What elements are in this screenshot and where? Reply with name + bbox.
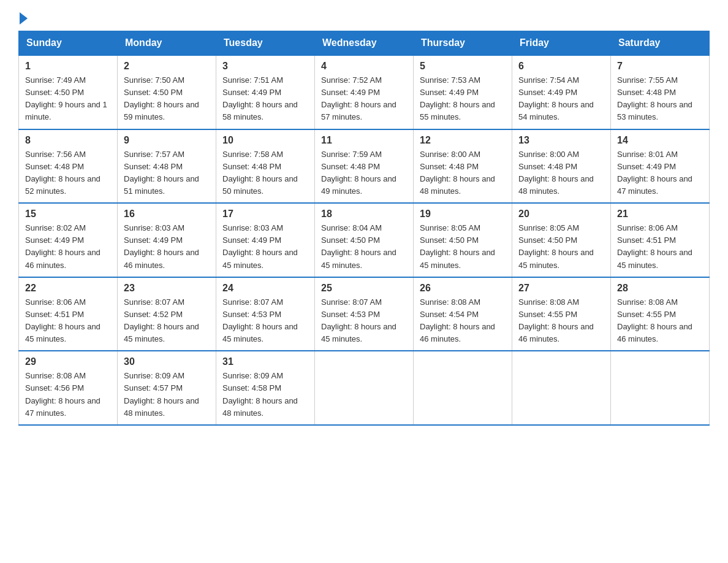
- calendar-cell: 11Sunrise: 7:59 AMSunset: 4:48 PMDayligh…: [315, 129, 414, 204]
- calendar-header-row: SundayMondayTuesdayWednesdayThursdayFrid…: [19, 31, 710, 56]
- calendar-cell: [611, 351, 710, 425]
- day-number: 20: [518, 209, 604, 220]
- calendar-cell: 27Sunrise: 8:08 AMSunset: 4:55 PMDayligh…: [512, 277, 611, 351]
- day-info: Sunrise: 7:59 AMSunset: 4:48 PMDaylight:…: [321, 148, 407, 198]
- day-info: Sunrise: 8:08 AMSunset: 4:54 PMDaylight:…: [420, 296, 506, 346]
- day-info: Sunrise: 8:05 AMSunset: 4:50 PMDaylight:…: [518, 222, 604, 272]
- day-number: 9: [124, 135, 210, 146]
- day-number: 1: [25, 61, 111, 72]
- day-number: 17: [222, 209, 308, 220]
- calendar-cell: 30Sunrise: 8:09 AMSunset: 4:57 PMDayligh…: [118, 351, 216, 425]
- calendar-cell: 3Sunrise: 7:51 AMSunset: 4:49 PMDaylight…: [216, 55, 315, 129]
- calendar-cell: 25Sunrise: 8:07 AMSunset: 4:53 PMDayligh…: [315, 277, 414, 351]
- day-info: Sunrise: 8:07 AMSunset: 4:53 PMDaylight:…: [222, 296, 308, 346]
- calendar-week-row: 22Sunrise: 8:06 AMSunset: 4:51 PMDayligh…: [19, 277, 710, 351]
- day-info: Sunrise: 7:57 AMSunset: 4:48 PMDaylight:…: [124, 148, 210, 198]
- day-info: Sunrise: 8:07 AMSunset: 4:53 PMDaylight:…: [321, 296, 407, 346]
- calendar-header-sunday: Sunday: [19, 31, 118, 56]
- logo: [18, 12, 28, 25]
- calendar-cell: 5Sunrise: 7:53 AMSunset: 4:49 PMDaylight…: [414, 55, 512, 129]
- calendar-cell: 29Sunrise: 8:08 AMSunset: 4:56 PMDayligh…: [19, 351, 118, 425]
- day-info: Sunrise: 7:56 AMSunset: 4:48 PMDaylight:…: [25, 148, 111, 198]
- calendar-cell: 20Sunrise: 8:05 AMSunset: 4:50 PMDayligh…: [512, 203, 611, 277]
- day-info: Sunrise: 8:03 AMSunset: 4:49 PMDaylight:…: [124, 222, 210, 272]
- logo-triangle-icon: [20, 12, 28, 25]
- calendar-cell: 10Sunrise: 7:58 AMSunset: 4:48 PMDayligh…: [216, 129, 315, 204]
- day-number: 12: [420, 135, 506, 146]
- day-number: 11: [321, 135, 407, 146]
- day-number: 22: [25, 283, 111, 294]
- calendar-cell: [315, 351, 414, 425]
- calendar-week-row: 29Sunrise: 8:08 AMSunset: 4:56 PMDayligh…: [19, 351, 710, 425]
- day-number: 3: [222, 61, 308, 72]
- calendar-cell: 19Sunrise: 8:05 AMSunset: 4:50 PMDayligh…: [414, 203, 512, 277]
- day-info: Sunrise: 8:08 AMSunset: 4:55 PMDaylight:…: [518, 296, 604, 346]
- day-number: 7: [617, 61, 703, 72]
- day-info: Sunrise: 7:49 AMSunset: 4:50 PMDaylight:…: [25, 74, 111, 124]
- day-number: 10: [222, 135, 308, 146]
- day-info: Sunrise: 8:09 AMSunset: 4:57 PMDaylight:…: [124, 370, 210, 419]
- calendar-cell: 22Sunrise: 8:06 AMSunset: 4:51 PMDayligh…: [19, 277, 118, 351]
- day-info: Sunrise: 8:07 AMSunset: 4:52 PMDaylight:…: [124, 296, 210, 346]
- day-info: Sunrise: 8:00 AMSunset: 4:48 PMDaylight:…: [518, 148, 604, 198]
- calendar-header-tuesday: Tuesday: [216, 31, 315, 56]
- calendar-header-saturday: Saturday: [611, 31, 710, 56]
- calendar-cell: 12Sunrise: 8:00 AMSunset: 4:48 PMDayligh…: [414, 129, 512, 204]
- day-number: 21: [617, 209, 703, 220]
- calendar-cell: [414, 351, 512, 425]
- day-info: Sunrise: 8:08 AMSunset: 4:56 PMDaylight:…: [25, 370, 111, 419]
- day-number: 19: [420, 209, 506, 220]
- day-info: Sunrise: 7:54 AMSunset: 4:49 PMDaylight:…: [518, 74, 604, 124]
- day-info: Sunrise: 7:58 AMSunset: 4:48 PMDaylight:…: [222, 148, 308, 198]
- day-info: Sunrise: 8:05 AMSunset: 4:50 PMDaylight:…: [420, 222, 506, 272]
- calendar-cell: 15Sunrise: 8:02 AMSunset: 4:49 PMDayligh…: [19, 203, 118, 277]
- calendar-week-row: 15Sunrise: 8:02 AMSunset: 4:49 PMDayligh…: [19, 203, 710, 277]
- day-number: 14: [617, 135, 703, 146]
- calendar-cell: [512, 351, 611, 425]
- day-number: 15: [25, 209, 111, 220]
- day-info: Sunrise: 7:52 AMSunset: 4:49 PMDaylight:…: [321, 74, 407, 124]
- day-number: 4: [321, 61, 407, 72]
- day-info: Sunrise: 8:03 AMSunset: 4:49 PMDaylight:…: [222, 222, 308, 272]
- day-info: Sunrise: 8:06 AMSunset: 4:51 PMDaylight:…: [617, 222, 703, 272]
- day-number: 25: [321, 283, 407, 294]
- calendar-cell: 7Sunrise: 7:55 AMSunset: 4:48 PMDaylight…: [611, 55, 710, 129]
- day-number: 29: [25, 356, 111, 367]
- day-number: 13: [518, 135, 604, 146]
- calendar-cell: 18Sunrise: 8:04 AMSunset: 4:50 PMDayligh…: [315, 203, 414, 277]
- calendar-cell: 2Sunrise: 7:50 AMSunset: 4:50 PMDaylight…: [118, 55, 216, 129]
- calendar-header-monday: Monday: [118, 31, 216, 56]
- day-info: Sunrise: 7:50 AMSunset: 4:50 PMDaylight:…: [124, 74, 210, 124]
- day-info: Sunrise: 8:01 AMSunset: 4:49 PMDaylight:…: [617, 148, 703, 198]
- day-info: Sunrise: 7:53 AMSunset: 4:49 PMDaylight:…: [420, 74, 506, 124]
- calendar-cell: 1Sunrise: 7:49 AMSunset: 4:50 PMDaylight…: [19, 55, 118, 129]
- calendar-table: SundayMondayTuesdayWednesdayThursdayFrid…: [18, 31, 710, 426]
- calendar-header-wednesday: Wednesday: [315, 31, 414, 56]
- day-number: 18: [321, 209, 407, 220]
- day-info: Sunrise: 8:08 AMSunset: 4:55 PMDaylight:…: [617, 296, 703, 346]
- day-number: 5: [420, 61, 506, 72]
- day-number: 30: [124, 356, 210, 367]
- day-number: 8: [25, 135, 111, 146]
- calendar-cell: 28Sunrise: 8:08 AMSunset: 4:55 PMDayligh…: [611, 277, 710, 351]
- calendar-header-thursday: Thursday: [414, 31, 512, 56]
- day-number: 27: [518, 283, 604, 294]
- day-info: Sunrise: 8:00 AMSunset: 4:48 PMDaylight:…: [420, 148, 506, 198]
- day-info: Sunrise: 8:06 AMSunset: 4:51 PMDaylight:…: [25, 296, 111, 346]
- calendar-cell: 23Sunrise: 8:07 AMSunset: 4:52 PMDayligh…: [118, 277, 216, 351]
- calendar-cell: 26Sunrise: 8:08 AMSunset: 4:54 PMDayligh…: [414, 277, 512, 351]
- calendar-cell: 17Sunrise: 8:03 AMSunset: 4:49 PMDayligh…: [216, 203, 315, 277]
- day-info: Sunrise: 8:04 AMSunset: 4:50 PMDaylight:…: [321, 222, 407, 272]
- day-info: Sunrise: 8:09 AMSunset: 4:58 PMDaylight:…: [222, 370, 308, 419]
- calendar-week-row: 1Sunrise: 7:49 AMSunset: 4:50 PMDaylight…: [19, 55, 710, 129]
- calendar-cell: 6Sunrise: 7:54 AMSunset: 4:49 PMDaylight…: [512, 55, 611, 129]
- day-number: 28: [617, 283, 703, 294]
- day-number: 6: [518, 61, 604, 72]
- day-number: 26: [420, 283, 506, 294]
- calendar-cell: 14Sunrise: 8:01 AMSunset: 4:49 PMDayligh…: [611, 129, 710, 204]
- day-number: 31: [222, 356, 308, 367]
- calendar-cell: 8Sunrise: 7:56 AMSunset: 4:48 PMDaylight…: [19, 129, 118, 204]
- calendar-cell: 9Sunrise: 7:57 AMSunset: 4:48 PMDaylight…: [118, 129, 216, 204]
- calendar-header-friday: Friday: [512, 31, 611, 56]
- calendar-cell: 13Sunrise: 8:00 AMSunset: 4:48 PMDayligh…: [512, 129, 611, 204]
